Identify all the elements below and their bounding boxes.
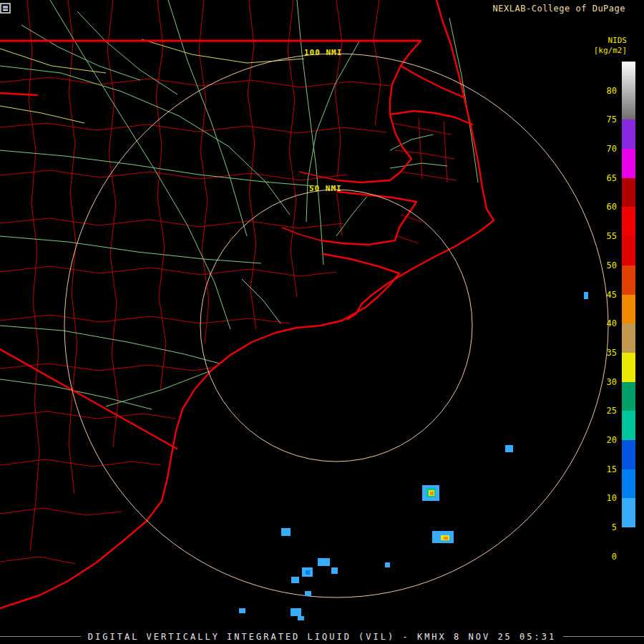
radar-echo bbox=[331, 567, 338, 574]
colorbar-segment bbox=[622, 411, 635, 440]
colorbar-tick-label: 70 bbox=[585, 143, 617, 155]
footer: DIGITAL VERTICALLY INTEGRATED LIQUID (VI… bbox=[0, 630, 644, 643]
range-ring-label: 100 NMI bbox=[304, 48, 342, 57]
colorbar-tick-label: 35 bbox=[585, 347, 617, 358]
colorbar-segment bbox=[622, 265, 635, 295]
colorbar-tick-label: 45 bbox=[585, 289, 617, 301]
colorbar-tick-label: 80 bbox=[585, 85, 617, 97]
coastline bbox=[0, 0, 494, 608]
colorbar-tick-label: 75 bbox=[585, 114, 617, 125]
radar-echo bbox=[306, 570, 310, 575]
colorbar-title: NIDS bbox=[608, 36, 628, 45]
colorbar-segment bbox=[622, 207, 635, 236]
colorbar-segment bbox=[622, 119, 635, 149]
colorbar-tick-label: 55 bbox=[585, 230, 617, 242]
colorbar-tick-label: 50 bbox=[585, 260, 617, 271]
county-boundaries bbox=[0, 0, 390, 564]
colorbar-tick-label: 40 bbox=[585, 318, 617, 329]
range-ring bbox=[200, 190, 472, 462]
colorbar-segment bbox=[622, 469, 635, 499]
colorbar-segment bbox=[622, 498, 635, 527]
colorbar-segment bbox=[622, 178, 635, 208]
radar-echo bbox=[430, 492, 434, 495]
radar-echo bbox=[385, 562, 390, 567]
range-ring-label: 50 NMI bbox=[309, 184, 342, 193]
radar-echo bbox=[305, 591, 311, 596]
radar-echo bbox=[291, 608, 301, 616]
colorbar-tick-label: 30 bbox=[585, 376, 617, 388]
colorbar-tick-label: 25 bbox=[585, 405, 617, 416]
base-map bbox=[0, 0, 644, 644]
radar-echo bbox=[291, 577, 299, 583]
colorbar-tick-label: 5 bbox=[585, 522, 617, 533]
radar-echo bbox=[281, 528, 291, 536]
radar-echo bbox=[318, 558, 330, 566]
colorbar-segment bbox=[622, 149, 635, 178]
colorbar-tick-label: 65 bbox=[585, 172, 617, 184]
colorbar-segment bbox=[622, 323, 635, 353]
road-network bbox=[0, 0, 369, 409]
colorbar-tick-label: 10 bbox=[585, 492, 617, 504]
radar-echo bbox=[298, 616, 304, 620]
colorbar-units: [kg/m2] bbox=[594, 46, 627, 55]
nexlab-logo-icon bbox=[0, 3, 11, 14]
colorbar-segment bbox=[622, 382, 635, 411]
radar-echo bbox=[444, 537, 448, 540]
range-ring bbox=[64, 54, 608, 597]
colorbar-tick-label: 20 bbox=[585, 434, 617, 446]
colorbar-segment bbox=[622, 295, 635, 324]
product-title: DIGITAL VERTICALLY INTEGRATED LIQUID (VI… bbox=[81, 632, 563, 642]
brand-text: NEXLAB-College of DuPage bbox=[493, 4, 625, 14]
colorbar-tick-label: 15 bbox=[585, 464, 617, 475]
radar-echo bbox=[505, 445, 513, 452]
colorbar-segment bbox=[622, 440, 635, 469]
colorbar-segment bbox=[622, 353, 635, 382]
range-rings bbox=[64, 54, 608, 597]
radar-display: 100 NMI50 NMI NEXLAB-College of DuPage N… bbox=[0, 0, 644, 644]
colorbar-tick-label: 0 bbox=[585, 551, 617, 562]
colorbar-segment bbox=[622, 236, 635, 265]
colorbar-tick-label: 60 bbox=[585, 201, 617, 213]
colorbar-segment bbox=[622, 62, 635, 119]
radar-echo bbox=[239, 608, 245, 613]
